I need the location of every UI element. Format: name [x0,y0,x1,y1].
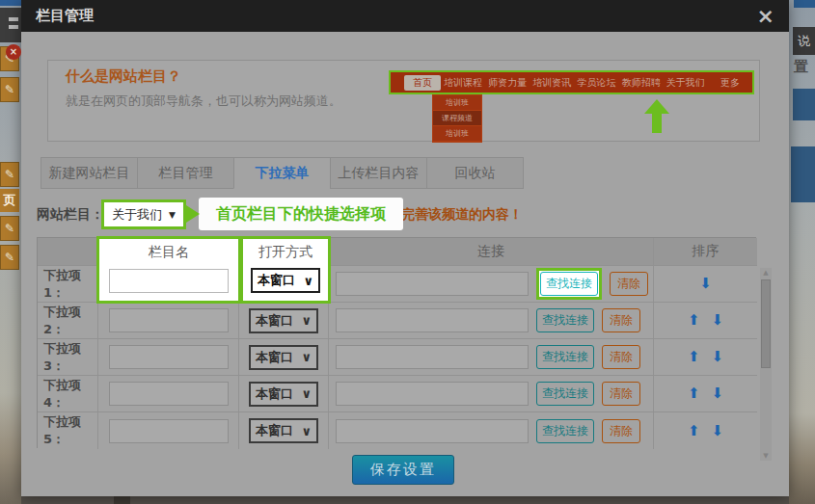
sort-cell: ⬆ ⬇ [654,339,757,376]
find-link-button[interactable]: 查找连接 [540,272,598,296]
nav-preview-home: 首页 [404,75,441,91]
tab-column-management[interactable]: 栏目管理 [137,157,234,189]
sort-cell: ⬆ ⬇ [654,412,757,449]
table-cell: 本窗口 ∨ [239,376,329,412]
clear-button[interactable]: 清除 [602,382,640,406]
clear-button[interactable]: 清除 [602,419,640,443]
info-description: 就是在网页的顶部导航条，也可以称为网站频道。 [66,93,341,110]
nav-preview-item: 学员论坛 [574,76,618,90]
column-name-input[interactable] [109,382,229,406]
tab-recycle-bin[interactable]: 回收站 [426,157,524,189]
table-cell [98,339,239,376]
background-page-left: ✎ × ✎ ✎ 页 ✎ ✎ [0,0,21,504]
column-name-input[interactable] [109,419,229,443]
scrollbar[interactable]: ▲ ▼ [760,268,772,461]
column-name-input[interactable] [109,269,229,293]
background-fragment [0,0,21,6]
scrollbar-thumb[interactable] [761,279,771,368]
close-icon[interactable]: × [757,6,774,27]
table-cell: 查找连接 清除 [329,339,654,376]
background-page-tab: 页 [0,189,19,212]
chevron-down-icon: ∨ [303,274,313,288]
dialog-tabs: 新建网站栏目 栏目管理 下拉菜单 上传栏目内容 回收站 [41,157,524,189]
sort-cell: ⬇ [654,266,757,303]
column-name-input[interactable] [109,345,229,369]
clear-button[interactable]: 清除 [602,308,640,332]
open-mode-select[interactable]: 本窗口 ∨ [249,418,318,443]
table-cell [98,412,239,449]
table-cell: 查找连接 清除 [329,412,654,449]
save-settings-button[interactable]: 保存设置 [352,455,454,485]
table-cell [98,376,239,412]
nav-preview-item: 教师招聘 [619,76,664,90]
link-input[interactable] [336,308,529,332]
sort-down-icon[interactable]: ⬇ [712,350,724,364]
highlight-open-mode: 打开方式 本窗口 ∨ [240,236,331,304]
sort-up-icon[interactable]: ⬆ [688,313,700,328]
hint-text: 完善该频道的内容！ [401,206,523,224]
sort-up-icon[interactable]: ⬆ [688,350,700,364]
open-mode-value: 本窗口 [256,312,293,330]
nav-preview-dropdown-item: 培训班 [433,126,481,142]
link-input[interactable] [336,345,529,369]
header-sort: 排序 [654,238,757,266]
sort-down-icon[interactable]: ⬇ [712,386,724,401]
open-mode-value: 本窗口 [256,385,293,403]
scrollbar-up-icon[interactable]: ▲ [760,269,772,277]
green-up-arrow-icon [644,99,669,114]
table-cell: 本窗口 ∨ [239,412,329,449]
open-mode-value: 本窗口 [258,272,295,289]
table-cell: 本窗口 ∨ [239,339,329,376]
sort-down-icon[interactable]: ⬇ [699,277,712,291]
tab-upload-content[interactable]: 上传栏目内容 [330,157,427,189]
clear-button[interactable]: 清除 [602,345,640,369]
link-input[interactable] [336,419,529,443]
tab-new-column[interactable]: 新建网站栏目 [41,157,138,189]
find-link-button[interactable]: 查找连接 [536,308,594,332]
row-label: 下拉项1： [38,266,98,303]
sort-down-icon[interactable]: ⬇ [712,424,724,438]
background-fragment [791,146,815,202]
header-empty [38,238,98,266]
open-mode-select[interactable]: 本窗口 ∨ [249,382,318,407]
clear-button[interactable]: 清除 [610,272,648,296]
find-link-button[interactable]: 查找连接 [536,382,594,406]
sort-down-icon[interactable]: ⬇ [712,313,724,328]
sort-up-icon[interactable]: ⬆ [688,386,700,401]
pencil-icon: ✎ [0,245,19,270]
background-fragment [794,0,815,8]
header-column-name: 栏目名 [149,239,189,264]
nav-preview-item: 师资力量 [485,76,530,90]
row-label: 下拉项2： [38,303,98,339]
background-help-button: 说 [793,27,815,55]
find-link-button[interactable]: 查找连接 [536,345,594,369]
sort-cell: ⬆ ⬇ [654,376,757,412]
nav-preview: 首页 培训课程 师资力量 培训资讯 学员论坛 教师招聘 关于我们 更多 [389,70,754,94]
background-page-right: 说 置 [789,0,815,504]
open-mode-select[interactable]: 本窗口 ∨ [251,268,320,293]
link-input[interactable] [336,272,529,296]
tooltip-arrow-icon [186,205,200,223]
row-label: 下拉项4： [38,376,98,412]
nav-preview-item: 更多 [708,76,752,90]
link-input[interactable] [336,382,529,406]
pencil-icon: ✎ [0,77,19,102]
chevron-down-icon: ∨ [301,424,312,438]
find-link-button[interactable]: 查找连接 [536,419,594,443]
open-mode-select[interactable]: 本窗口 ∨ [249,345,318,370]
scrollbar-down-icon[interactable]: ▼ [760,452,772,460]
site-column-select[interactable]: 关于我们 ▼ [101,199,186,229]
table-cell: 本窗口 ∨ [239,303,329,339]
nav-preview-item: 培训资讯 [530,76,574,90]
dialog-titlebar: 栏目管理 × [21,0,789,32]
table-cell [98,303,239,339]
nav-preview-item: 关于我们 [664,76,708,90]
find-link-highlight: 查找连接 [536,268,602,300]
header-link: 连接 [329,238,654,266]
site-column-selected-value: 关于我们 [112,206,162,224]
column-name-input[interactable] [109,308,229,332]
tab-dropdown-menu[interactable]: 下拉菜单 [233,157,331,189]
sort-up-icon[interactable]: ⬆ [688,424,700,438]
open-mode-select[interactable]: 本窗口 ∨ [249,308,318,333]
green-up-arrow-icon [652,113,662,133]
